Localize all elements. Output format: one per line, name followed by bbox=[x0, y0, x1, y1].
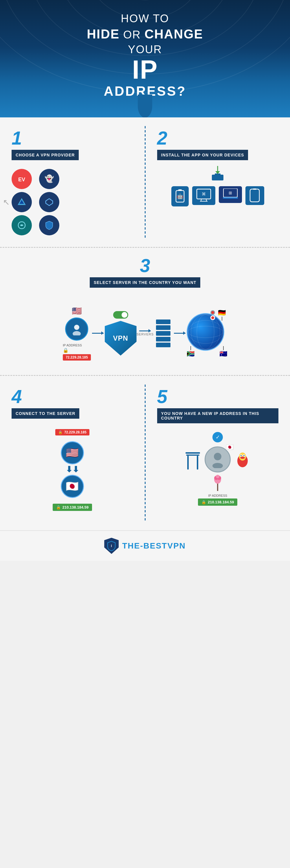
svg-rect-36 bbox=[185, 452, 200, 454]
desktop-device: ⌘ bbox=[192, 186, 215, 205]
surfshark-logo bbox=[11, 215, 32, 235]
vpnshield-logo bbox=[39, 215, 59, 235]
to-flag: 🇯🇵 bbox=[66, 480, 79, 492]
expressvpn-logo: EV bbox=[11, 169, 32, 189]
za-flag: 🇿🇦 bbox=[187, 350, 195, 358]
svg-rect-39 bbox=[197, 456, 198, 470]
header-title: How to Hide or Change Your IP Address? bbox=[6, 11, 284, 100]
vpn-diagram: 🇺🇸 IP ADDRESS 🔒 72.229.28.185 bbox=[6, 301, 284, 366]
avatar-with-flag: 🇯🇵 bbox=[205, 446, 231, 472]
svg-marker-9 bbox=[46, 199, 53, 206]
vpn-logos-container: ↖ EV 👻 bbox=[11, 169, 133, 235]
svg-point-41 bbox=[212, 463, 223, 468]
jp-location-pin bbox=[207, 310, 219, 323]
svg-rect-26 bbox=[253, 188, 256, 190]
servers-section: SERVERS bbox=[137, 331, 154, 336]
vpn-text: VPN bbox=[113, 334, 128, 342]
au-flag: 🇦🇺 bbox=[220, 350, 227, 358]
us-flag-step3: 🇺🇸 bbox=[72, 306, 82, 316]
au-flag-pin: 🇦🇺 bbox=[220, 346, 227, 358]
server-bar-2 bbox=[156, 325, 171, 330]
ip-address-section: IP ADDRESS 🔒 72.229.28.185 bbox=[63, 343, 91, 361]
vpn-shield: VPN bbox=[105, 321, 137, 355]
svg-point-28 bbox=[72, 331, 81, 335]
ip-value-step5: 210.138.184.59 bbox=[208, 500, 234, 504]
servers-label: SERVERS bbox=[137, 333, 154, 336]
step-3-section: 3 Select Server in the Country You Want … bbox=[0, 248, 290, 376]
new-ip-badge: 🔒 210.138.184.59 bbox=[53, 504, 92, 511]
svg-point-33 bbox=[188, 320, 223, 343]
protonvpn-logo bbox=[39, 192, 59, 212]
main-content: 1 Choose a VPN Provider ↖ EV 👻 bbox=[0, 117, 290, 561]
svg-point-27 bbox=[74, 325, 79, 330]
ip-label-step3: IP ADDRESS bbox=[63, 343, 91, 347]
server-stack-1 bbox=[156, 319, 171, 347]
arrow-user-to-vpn bbox=[92, 333, 104, 334]
footer-brand-accent: BESTVPN bbox=[144, 541, 186, 550]
svg-text:⊞: ⊞ bbox=[229, 190, 232, 195]
new-ip-value: 210.138.184.59 bbox=[62, 505, 89, 509]
step-5-number: 5 bbox=[157, 388, 279, 406]
header-section: How to Hide or Change Your IP Address? bbox=[0, 0, 290, 117]
sakura-tree bbox=[213, 474, 222, 491]
japan-torii-left bbox=[185, 446, 200, 472]
old-ip-badge: 🔒 72.229.28.185 bbox=[55, 429, 89, 435]
flag-transition: 🇺🇸 ⬇⬇ 🇯🇵 bbox=[61, 441, 84, 498]
japan-illustration: 🇯🇵 bbox=[185, 446, 250, 472]
de-flag-pin: 🇩🇪 bbox=[218, 309, 226, 321]
devices-grid: 🤖 ⌘ bbox=[171, 186, 264, 207]
step-4-col: 4 Connect to the Server 🔒 72.229.28.185 … bbox=[6, 384, 139, 522]
checkmark-icon: ✓ bbox=[212, 432, 223, 442]
ip-value-step3: 72.229.28.185 bbox=[63, 354, 91, 361]
lock-icon: 🔒 bbox=[63, 347, 91, 353]
footer: i THE-BESTVPN bbox=[0, 530, 290, 561]
svg-point-35 bbox=[211, 316, 214, 319]
svg-rect-23 bbox=[223, 197, 238, 199]
globe-container: 🇩🇪 🇿🇦 bbox=[187, 313, 227, 353]
svg-text:⌘: ⌘ bbox=[202, 192, 206, 196]
server-stacks bbox=[156, 319, 171, 347]
steps-1-2-row: 1 Choose a VPN Provider ↖ EV 👻 bbox=[0, 117, 290, 248]
daruma-decoration bbox=[235, 451, 250, 468]
daruma-svg bbox=[235, 451, 250, 468]
server-bar-3 bbox=[156, 331, 171, 336]
header-line1: How to bbox=[121, 12, 169, 25]
step-4-number: 4 bbox=[11, 388, 133, 406]
svg-point-53 bbox=[216, 475, 220, 478]
step-1-col: 1 Choose a VPN Provider ↖ EV 👻 bbox=[6, 126, 139, 238]
nordvpn-logo bbox=[11, 192, 32, 212]
header-change: Change bbox=[144, 27, 203, 41]
old-ip-value: 72.229.28.185 bbox=[64, 430, 87, 434]
connect-diagram: 🔒 72.229.28.185 🇺🇸 ⬇⬇ 🇯� bbox=[11, 429, 133, 511]
japan-nature bbox=[213, 474, 222, 491]
vpn-toggle[interactable] bbox=[113, 311, 128, 319]
step-2-number: 2 bbox=[157, 129, 279, 148]
svg-rect-10 bbox=[212, 175, 224, 180]
jp-flag-step5: 🇯🇵 bbox=[226, 443, 234, 451]
router-download-icon bbox=[207, 166, 228, 183]
cyberghost-logo: 👻 bbox=[39, 169, 59, 189]
svg-point-48 bbox=[240, 457, 245, 459]
devices-illustration: 🤖 ⌘ bbox=[157, 166, 279, 207]
cursor-pointer-icon: ↖ bbox=[3, 197, 9, 207]
vpn-shield-container: VPN bbox=[105, 311, 137, 355]
to-flag-bubble: 🇯🇵 bbox=[61, 475, 84, 498]
header-ip: IP bbox=[6, 57, 284, 83]
drip-decoration bbox=[136, 95, 154, 117]
windows-laptop: ⊞ bbox=[219, 186, 242, 203]
footer-brand-text: THE- bbox=[122, 541, 143, 550]
from-flag: 🇺🇸 bbox=[66, 447, 79, 459]
apple-device bbox=[245, 186, 264, 205]
steps-divider-1 bbox=[145, 126, 146, 238]
user-avatar bbox=[65, 317, 88, 341]
server-bar-1 bbox=[156, 319, 171, 324]
svg-text:EV: EV bbox=[18, 177, 25, 182]
android-device: 🤖 bbox=[171, 186, 189, 207]
svg-point-40 bbox=[214, 453, 222, 460]
ip-section-step5: IP ADDRESS 🔒 210.138.184.59 bbox=[198, 494, 237, 506]
svg-text:i: i bbox=[111, 544, 112, 548]
from-country: 🇺🇸 bbox=[61, 441, 84, 464]
down-arrows: ⬇⬇ bbox=[61, 466, 84, 474]
footer-brand: THE-BESTVPN bbox=[122, 541, 186, 551]
svg-point-32 bbox=[188, 326, 223, 338]
